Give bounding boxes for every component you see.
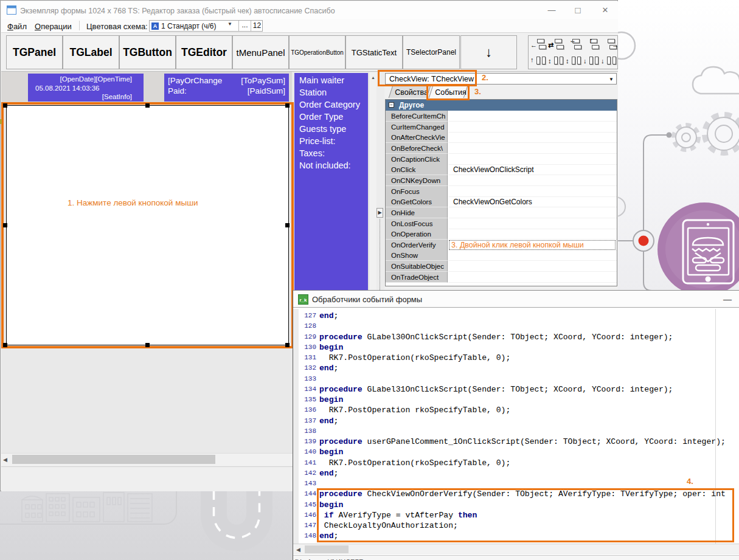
selection-handle[interactable] (285, 343, 290, 347)
code-line[interactable]: 135begin (293, 395, 739, 406)
property-row-OnShow[interactable]: OnShow (386, 250, 617, 261)
code-line[interactable]: 137end; (293, 417, 739, 427)
property-row-OnGetColors[interactable]: OnGetColorsCheckViewOnGetColors (386, 196, 617, 207)
minimize-button[interactable]: — (543, 1, 561, 19)
selection-handle[interactable] (3, 223, 7, 227)
menu-operations[interactable]: Операции (32, 21, 75, 31)
code-minimize-button[interactable]: — (720, 292, 735, 306)
splitter-collapse-button[interactable]: ▶ (376, 208, 383, 218)
palette-icon: A (151, 22, 159, 30)
color-scheme-combobox[interactable]: A 1 Стандарт (ч/6) ▼ ... 12 (149, 20, 263, 32)
toolbar-button-tgpanel[interactable]: TGPanel (6, 35, 63, 69)
ellipsis-button[interactable]: ... (238, 21, 251, 31)
code-line[interactable]: 134procedure GLabel31OnClickScript(Sende… (293, 385, 739, 395)
code-line[interactable]: 132end; (293, 364, 739, 374)
align-right-edges-icon[interactable]: → (601, 37, 618, 53)
code-line[interactable]: 142end; (293, 469, 739, 479)
code-line[interactable]: 129procedure GLabel30OnClickScript(Sende… (293, 333, 739, 343)
pay-or-change-label: [PayOrChange (168, 75, 222, 86)
size-value[interactable]: 12 (251, 21, 263, 31)
toolbar-button-tgbutton[interactable]: TGButton (119, 35, 176, 69)
red-dot (639, 236, 649, 246)
date-value-line: 05.08.2021 14:03:36 (28, 84, 144, 93)
category-label: Другое (399, 101, 424, 109)
selection-handle[interactable] (145, 103, 150, 108)
property-row-OnAfterCheckVie[interactable]: OnAfterCheckVie (386, 132, 617, 143)
align-bottom-edges-icon[interactable]: ↓ (601, 53, 618, 69)
property-row-OnFocus[interactable]: OnFocus (386, 186, 617, 197)
code-line[interactable]: 136 RK7.PostOperation rkoSpecifyTable, 0… (293, 406, 739, 416)
order-info-item: Order Category (299, 99, 368, 111)
pay-panel[interactable]: [PayOrChange[ToPaySum] Paid:[PaidSum] (164, 74, 289, 102)
code-line[interactable]: 140begin (293, 448, 739, 458)
code-line[interactable]: 128 (293, 322, 739, 332)
property-row-OnBeforeCheck[interactable]: OnBeforeCheck\ (386, 143, 617, 154)
property-row-OnClick[interactable]: OnClickCheckViewOnClickScript (386, 164, 617, 175)
property-row-OnOrderVerify[interactable]: OnOrderVerify3. Двойной клик левой кнопк… (386, 240, 617, 251)
selection-handle[interactable] (145, 343, 150, 347)
component-toolbar: TGPanelTGLabelTGButtonTGEditortMenuPanel… (1, 33, 618, 72)
property-row-CurItemChanged[interactable]: CurItemChanged (386, 122, 617, 133)
property-row-OnTradeObject[interactable]: OnTradeObject (386, 272, 617, 283)
scrollbar-thumb[interactable] (12, 455, 215, 464)
scrollbar-thumb[interactable] (305, 545, 349, 553)
align-vertical-centers-icon[interactable]: ↕ (548, 53, 565, 69)
scheme-label: Цветовая схема: (86, 22, 148, 31)
align-top-edges-icon[interactable]: ↑ (530, 53, 547, 69)
toolbar-button-tselectorpanel[interactable]: TSelectorPanel (403, 35, 460, 69)
annotation-label-3: 3. (474, 87, 481, 96)
paid-label: Paid: (168, 86, 187, 96)
property-row-OnSuitableObjec[interactable]: OnSuitableObjec (386, 261, 617, 272)
selection-handle[interactable] (285, 103, 290, 108)
property-category-header[interactable]: − Другое (386, 100, 617, 111)
property-row-OnLostFocus[interactable]: OnLostFocus (386, 218, 617, 229)
scroll-left-icon[interactable]: ◀ (296, 545, 300, 554)
close-button[interactable]: ✕ (596, 1, 614, 19)
selection-handle[interactable] (285, 223, 290, 227)
title-bar[interactable]: Экземпляр формы 1024 x 768 TS: Редактор … (1, 1, 618, 19)
alignment-palette: ←⇄↔↑→↑↕↕↓↓ (528, 35, 618, 69)
code-line[interactable]: 138 (293, 427, 739, 437)
toolbar-button-tgeditor[interactable]: TGEditor (176, 35, 232, 69)
selected-form-panel[interactable]: 1. Нажмите левой кнопокой мыши (6, 105, 289, 345)
open-date-panel[interactable]: [OpenDate][OpenTime] 05.08.2021 14:03:36… (28, 74, 144, 102)
toolbar-button-tgoperationbutton[interactable]: TGOperationButton (289, 35, 345, 69)
property-row-OnOperation[interactable]: OnOperation (386, 229, 617, 240)
align-bottoms-icon[interactable]: ↓ (583, 53, 600, 69)
order-info-item: Main waiter (299, 74, 368, 86)
code-line[interactable]: 131 RK7.PostOperation(rkoSpecifyTable, 0… (293, 353, 739, 364)
step1-hint: 1. Нажмите левой кнопокой мыши (68, 198, 198, 207)
tab-properties[interactable]: Свойства (389, 86, 431, 98)
chevron-down-icon[interactable]: ▼ (609, 77, 614, 82)
property-row-OnCaptionClick[interactable]: OnCaptionClick (386, 154, 617, 165)
code-editor[interactable]: 127end;128129procedure GLabel30OnClickSc… (293, 309, 739, 544)
align-horizontal-centers-icon[interactable]: ⇄ (548, 37, 565, 53)
scheme-value: 1 Стандарт (ч/6) (161, 22, 217, 30)
code-line[interactable]: 127end; (293, 311, 739, 322)
collapse-icon[interactable]: − (389, 102, 394, 108)
toolbar-button-tmenupanel[interactable]: tMenuPanel (232, 35, 289, 69)
make-same-height-icon[interactable]: ↕ (566, 53, 583, 69)
align-left-edges-icon[interactable]: ← (530, 37, 547, 53)
code-line[interactable]: 141 RK7.PostOperation(rkoSpecifyTable, 0… (293, 458, 739, 469)
scroll-left-icon[interactable]: ◀ (3, 455, 7, 464)
toolbar-button-tgstatictext[interactable]: TGStaticText (345, 35, 403, 69)
property-row-OnCNKeyDown[interactable]: OnCNKeyDown (386, 175, 617, 186)
property-row-BeforeCurItemCh[interactable]: BeforeCurItemCh (386, 111, 617, 122)
chevron-down-icon[interactable]: ▼ (227, 21, 232, 27)
align-tops-icon[interactable]: ↑ (583, 37, 600, 53)
paid-sum-label: [PaidSum] (248, 86, 285, 96)
code-horizontal-scrollbar[interactable]: ◀ (293, 544, 739, 555)
make-same-width-icon[interactable]: ↔ (566, 37, 583, 53)
toolbar-button-tglabel[interactable]: TGLabel (63, 35, 119, 69)
code-line[interactable]: 139procedure userGPanelComment_1OnClickS… (293, 437, 739, 448)
property-row-OnHide[interactable]: OnHide (386, 207, 617, 218)
code-window-titlebar[interactable]: r_k Обработчики событий формы — (293, 291, 739, 308)
code-line[interactable]: 130begin (293, 343, 739, 353)
selection-handle[interactable] (3, 103, 7, 108)
menu-file[interactable]: Файл (4, 21, 30, 31)
arrow-down-button[interactable]: ↓ (460, 35, 517, 69)
selection-handle[interactable] (3, 343, 7, 347)
code-line[interactable]: 133 (293, 375, 739, 385)
maximize-button[interactable]: □ (569, 1, 587, 19)
